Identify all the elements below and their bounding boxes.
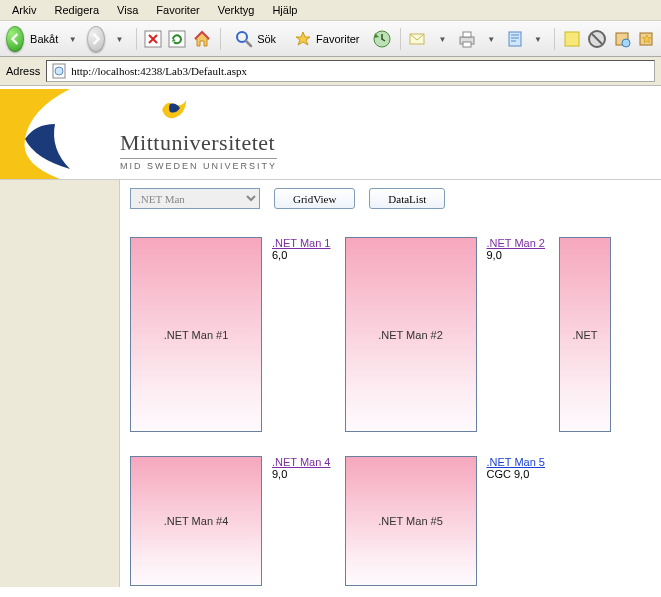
menu-hjalp[interactable]: Hjälp [264,2,305,18]
toolbar: Bakåt ▼ ▼ Sök Favoriter ▼ ▼ ▼ [0,21,661,57]
note-button[interactable] [563,27,581,51]
forward-button[interactable] [87,26,105,52]
item-link[interactable]: .NET Man 4 [272,456,331,468]
menubar: Arkiv Redigera Visa Favoriter Verktyg Hj… [0,0,661,21]
logo-icon [158,96,190,124]
stop-button[interactable] [144,27,162,51]
list-item: .NET [559,237,611,432]
svg-rect-9 [565,32,579,46]
menu-redigera[interactable]: Redigera [46,2,107,18]
item-thumb: .NET Man #4 [130,456,262,586]
separator [400,28,401,50]
item-link[interactable]: .NET Man 2 [487,237,546,249]
separator [554,28,555,50]
list-item: .NET Man #4 .NET Man 4 9,0 [130,456,331,586]
logo-sub: MID SWEDEN UNIVERSITY [120,158,277,171]
item-price: CGC 9,0 [487,468,530,480]
item-thumb: .NET Man #1 [130,237,262,432]
print-button[interactable] [457,27,477,51]
item-thumb: .NET [559,237,611,432]
mail-button[interactable] [408,27,428,51]
menu-visa[interactable]: Visa [109,2,146,18]
svg-rect-6 [463,32,471,37]
list-item: .NET Man #5 .NET Man 5 CGC 9,0 [345,456,546,586]
series-dropdown[interactable]: .NET Man [130,188,260,209]
separator [220,28,221,50]
svg-rect-7 [463,42,471,47]
back-button[interactable] [6,26,24,52]
address-label: Adress [6,65,40,77]
back-dropdown[interactable]: ▼ [64,27,81,51]
mail-dropdown[interactable]: ▼ [434,27,451,51]
url-input[interactable] [71,65,650,77]
item-link[interactable]: .NET Man 1 [272,237,331,249]
tool1-button[interactable] [613,27,631,51]
menu-favoriter[interactable]: Favoriter [148,2,207,18]
list-item: .NET Man #1 .NET Man 1 6,0 [130,237,331,432]
print-dropdown[interactable]: ▼ [483,27,500,51]
address-bar: Adress [0,57,661,86]
forward-dropdown[interactable]: ▼ [111,27,128,51]
menu-verktyg[interactable]: Verktyg [210,2,263,18]
favorites-label: Favoriter [316,33,359,45]
item-price: 6,0 [272,249,287,261]
page-body: .NET Man GridView DataList .NET Man #1 .… [0,179,661,587]
item-thumb: .NET Man #5 [345,456,477,586]
svg-rect-8 [509,32,521,46]
svg-point-12 [622,39,630,47]
item-thumb: .NET Man #2 [345,237,477,432]
header-graphic [0,89,120,179]
tool2-button[interactable] [637,27,655,51]
item-link[interactable]: .NET Man 5 [487,456,546,468]
svg-point-15 [55,67,63,75]
logo: Mittuniversitetet MID SWEDEN UNIVERSITY [120,86,277,179]
history-button[interactable] [372,27,392,51]
page-content: Mittuniversitetet MID SWEDEN UNIVERSITY … [0,86,661,587]
item-price: 9,0 [487,249,502,261]
page-icon [51,63,67,79]
separator [136,28,137,50]
list-item: .NET Man #2 .NET Man 2 9,0 [345,237,546,432]
site-header: Mittuniversitetet MID SWEDEN UNIVERSITY [0,86,661,179]
address-box[interactable] [46,60,655,82]
edit-button[interactable] [506,27,524,51]
main-panel: .NET Man GridView DataList .NET Man #1 .… [120,180,661,587]
logo-name: Mittuniversitetet [120,130,277,156]
datalist-button[interactable]: DataList [369,188,445,209]
gridview-button[interactable]: GridView [274,188,355,209]
sidebar [0,180,120,587]
favorites-button[interactable]: Favoriter [288,27,365,51]
items-grid: .NET Man #1 .NET Man 1 6,0 .NET Man #2 .… [130,237,651,586]
back-label: Bakåt [30,33,58,45]
refresh-button[interactable] [168,27,186,51]
controls-row: .NET Man GridView DataList [130,188,651,209]
block-button[interactable] [587,27,607,51]
edit-dropdown[interactable]: ▼ [530,27,547,51]
search-label: Sök [257,33,276,45]
item-price: 9,0 [272,468,287,480]
svg-rect-1 [169,31,185,47]
home-button[interactable] [192,27,212,51]
search-button[interactable]: Sök [229,27,282,51]
menu-arkiv[interactable]: Arkiv [4,2,44,18]
